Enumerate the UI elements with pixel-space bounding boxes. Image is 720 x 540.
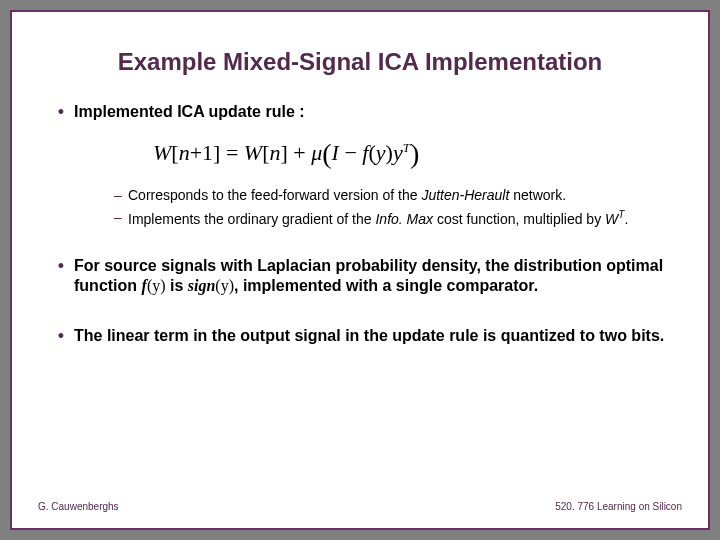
slide-frame: Example Mixed-Signal ICA Implementation … [10,10,710,530]
eq-minus: − [339,140,362,165]
eq-eq: = [220,140,243,165]
eq-farg-open: ( [368,140,375,165]
eq-y1: y [376,140,386,165]
bullet-1-text: Implemented ICA update rule : [74,102,305,122]
eq-y2: y [393,140,403,165]
eq-n2: n [269,140,280,165]
bullet-3-text: The linear term in the output signal in … [74,326,664,346]
bullet-1: • Implemented ICA update rule : [48,102,672,124]
bullet-2-text: For source signals with Laplacian probab… [74,256,672,296]
eq-plus2: + [288,140,311,165]
eq-br4: ] [280,140,287,165]
eq-paren-close: ) [410,138,419,169]
equation: W[n+1] = W[n] + μ(I − f(y)yT) [153,138,672,170]
sub-bullets: – Corresponds to the feed-forward versio… [108,186,672,228]
slide-content: Example Mixed-Signal ICA Implementation … [18,18,702,522]
slide-title: Example Mixed-Signal ICA Implementation [18,48,702,76]
footer-left: G. Cauwenberghs [38,501,119,512]
sub-2a: Implements the ordinary gradient of the [128,210,375,226]
eq-W2: W [244,140,262,165]
bullet-2: • For source signals with Laplacian prob… [48,256,672,296]
eq-W1: W [153,140,171,165]
bullet-icon: • [48,256,74,278]
footer: G. Cauwenberghs 520. 776 Learning on Sil… [38,501,682,512]
sub-1b: network. [509,187,566,203]
bullet-3: • The linear term in the output signal i… [48,326,672,348]
b2-sign: sign [188,277,216,294]
sub-2c: . [624,210,628,226]
sub-2: – Implements the ordinary gradient of th… [108,208,672,228]
eq-farg-close: ) [386,140,393,165]
dash-icon: – [108,208,128,226]
b2-y2-wrap: (y) [215,277,234,294]
eq-paren-open: ( [322,138,331,169]
eq-I: I [332,140,339,165]
sub-1-italic: Jutten-Herault [421,187,509,203]
b2-mid: is [166,277,188,294]
eq-br1: [ [171,140,178,165]
b2-post: , implemented with a single comparator. [234,277,538,294]
b2-y1-wrap: (y) [147,277,166,294]
content-area: • Implemented ICA update rule : W[n+1] =… [18,102,702,347]
eq-n1: n [179,140,190,165]
dash-icon: – [108,186,128,204]
bullet-icon: • [48,326,74,348]
eq-plus1: +1 [190,140,213,165]
bullet-icon: • [48,102,74,124]
sub-2-W: W [605,210,618,226]
sub-2b: cost function, multiplied by [433,210,605,226]
sub-1: – Corresponds to the feed-forward versio… [108,186,672,204]
eq-mu: μ [311,140,322,165]
sub-1a: Corresponds to the feed-forward version … [128,187,421,203]
sub-2-italic: Info. Max [375,210,433,226]
sub-2-text: Implements the ordinary gradient of the … [128,208,628,228]
sub-1-text: Corresponds to the feed-forward version … [128,186,566,204]
eq-supT: T [403,139,410,154]
footer-right: 520. 776 Learning on Silicon [555,501,682,512]
